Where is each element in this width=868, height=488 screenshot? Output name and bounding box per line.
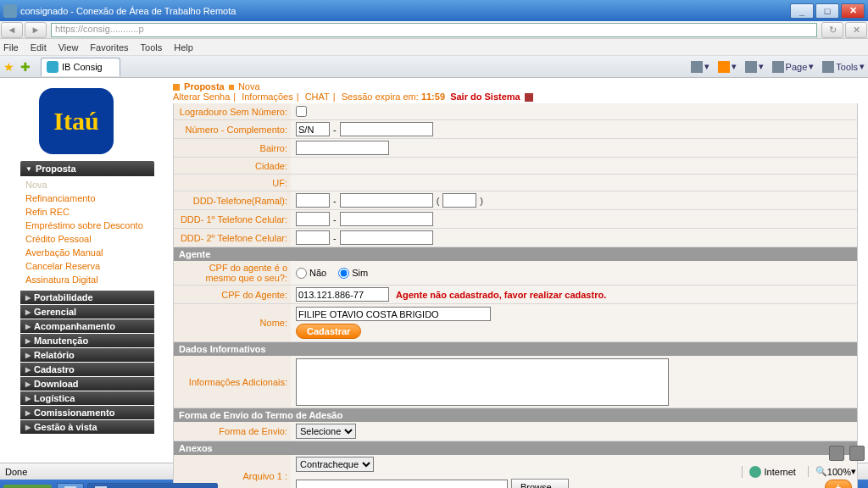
- breadcrumb-icon: [173, 84, 180, 91]
- select-arquivo1-tipo[interactable]: Contracheque: [296, 457, 374, 472]
- section-envio: Forma de Envio do Termo de Adesão: [174, 408, 857, 422]
- lbl-ddd-tel: DDD-Telefone(Ramal):: [174, 191, 291, 209]
- sidebar-item-refinanciamento[interactable]: Refinanciamento: [20, 191, 154, 205]
- input-numero[interactable]: [296, 122, 330, 136]
- browser-tab[interactable]: IB Consig: [41, 58, 120, 76]
- start-button[interactable]: ⊞ Start: [3, 485, 52, 489]
- menu-file[interactable]: File: [3, 42, 19, 53]
- input-ddd-cel1[interactable]: [296, 212, 330, 226]
- lbl-cpf-q: CPF do agente é o mesmo que o seu?:: [174, 261, 291, 285]
- breadcrumb-sep-icon: [229, 85, 234, 90]
- sidebar-cat-cadastro[interactable]: Cadastro: [20, 363, 154, 376]
- btn-add-anexo[interactable]: +: [825, 480, 852, 488]
- back-button[interactable]: ◄: [1, 22, 23, 38]
- tray-icon-2[interactable]: [849, 446, 865, 461]
- select-forma-envio[interactable]: Selecione: [296, 424, 356, 439]
- window-title: consignado - Conexão de Área de Trabalho…: [20, 6, 788, 16]
- home-icon: [691, 61, 703, 73]
- taskbar-item-ie-host[interactable]: [57, 483, 84, 488]
- link-chat[interactable]: CHAT: [305, 92, 330, 102]
- input-cpf-agente[interactable]: [296, 287, 389, 302]
- sidebar-item-refin-rec[interactable]: Refin REC: [20, 205, 154, 219]
- sidebar-item-averbacao[interactable]: Averbação Manual: [20, 246, 154, 259]
- input-bairro[interactable]: [296, 141, 389, 155]
- ie-nav-bar: ◄ ► https://consig...........p ↻ ✕: [0, 21, 868, 39]
- link-sair[interactable]: Sair do Sistema: [450, 92, 520, 102]
- mail-tool[interactable]: ▾: [745, 61, 764, 73]
- sidebar-cat-acompanhamento[interactable]: Acompanhamento: [20, 319, 154, 333]
- tools-tool[interactable]: Tools ▾: [822, 61, 865, 73]
- exit-icon: [525, 93, 533, 102]
- refresh-button[interactable]: ↻: [821, 22, 843, 38]
- taskbar-item-ibconsig[interactable]: IB Consig - Windows I...: [87, 483, 217, 488]
- menu-view[interactable]: View: [58, 42, 79, 53]
- itau-logo: Itaú: [39, 88, 114, 154]
- sidebar-links: Nova Refinanciamento Refin REC Empréstim…: [20, 176, 154, 290]
- sidebar-cat-manutencao[interactable]: Manutenção: [20, 334, 154, 347]
- sidebar-item-nova[interactable]: Nova: [20, 178, 154, 191]
- close-button[interactable]: ✕: [841, 3, 865, 19]
- input-arquivo1-path[interactable]: [296, 480, 508, 488]
- tray-icon-1[interactable]: [829, 446, 844, 461]
- lbl-ddd-cel1: DDD- 1º Telefone Celular:: [174, 210, 291, 228]
- feed-icon: [718, 61, 730, 73]
- menu-edit[interactable]: Edit: [31, 42, 47, 53]
- sub-toolbar: Alterar Senha| Informações| CHAT| Sessão…: [173, 92, 858, 103]
- input-complemento[interactable]: [340, 122, 433, 136]
- sidebar-item-cancelar-reserva[interactable]: Cancelar Reserva: [20, 259, 154, 273]
- favorites-star-icon[interactable]: ★: [3, 60, 17, 74]
- input-ramal[interactable]: [442, 193, 476, 208]
- section-anexos: Anexos: [174, 441, 857, 455]
- sidebar-cat-portabilidade[interactable]: Portabilidade: [20, 291, 154, 304]
- status-zoom[interactable]: 🔍 100% ▾: [808, 466, 863, 477]
- session-expire: Sessão expira em: 11:59: [342, 92, 445, 102]
- radio-sim[interactable]: Sim: [338, 268, 368, 279]
- add-favorite-icon[interactable]: ✚: [20, 60, 34, 74]
- sidebar-cat-download[interactable]: Download: [20, 377, 154, 391]
- ie-tab-bar: ★ ✚ IB Consig ▾ ▾ ▾ Page ▾ Tools ▾: [0, 56, 868, 78]
- link-informacoes[interactable]: Informações: [242, 92, 293, 102]
- input-cel1[interactable]: [340, 212, 433, 226]
- input-telefone[interactable]: [340, 193, 433, 208]
- stop-button[interactable]: ✕: [845, 22, 867, 38]
- radio-nao[interactable]: Não: [296, 268, 326, 279]
- input-ddd-cel2[interactable]: [296, 230, 330, 245]
- input-ddd-tel[interactable]: [296, 193, 330, 208]
- sidebar-head-proposta[interactable]: Proposta: [20, 161, 154, 176]
- page-tool[interactable]: Page ▾: [772, 61, 815, 73]
- minimize-button[interactable]: _: [790, 3, 814, 19]
- btn-cadastrar[interactable]: Cadastrar: [296, 324, 361, 339]
- sidebar-item-emprestimo[interactable]: Empréstimo sobre Desconto: [20, 219, 154, 232]
- sidebar-item-assinatura[interactable]: Assinatura Digital: [20, 273, 154, 286]
- link-alterar-senha[interactable]: Alterar Senha: [173, 92, 230, 102]
- sidebar: Itaú Proposta Nova Refinanciamento Refin…: [0, 78, 170, 463]
- input-cel2[interactable]: [340, 230, 433, 245]
- lbl-logradouro: Logradouro Sem Número:: [174, 103, 291, 119]
- sidebar-cat-gestao[interactable]: Gestão à vista: [20, 420, 154, 434]
- sidebar-item-credito[interactable]: Crédito Pessoal: [20, 232, 154, 246]
- sidebar-cat-logistica[interactable]: Logística: [20, 391, 154, 405]
- chk-logradouro[interactable]: [296, 106, 307, 117]
- home-tool[interactable]: ▾: [691, 61, 709, 73]
- lbl-cpf-agente: CPF do Agente:: [174, 286, 291, 303]
- menu-help[interactable]: Help: [174, 42, 193, 53]
- forward-button[interactable]: ►: [25, 22, 47, 38]
- lbl-ddd-cel2: DDD- 2º Telefone Celular:: [174, 229, 291, 247]
- lbl-forma-envio: Forma de Envio:: [174, 422, 291, 441]
- lbl-num-comp: Número - Complemento:: [174, 120, 291, 138]
- menu-tools[interactable]: Tools: [141, 42, 163, 53]
- address-bar[interactable]: https://consig...........p: [51, 23, 817, 37]
- menu-favorites[interactable]: Favorites: [90, 42, 128, 53]
- sidebar-cat-comissionamento[interactable]: Comissionamento: [20, 406, 154, 419]
- lbl-bairro: Bairro:: [174, 139, 291, 157]
- input-nome-agente[interactable]: [296, 307, 491, 321]
- ie-command-bar: ▾ ▾ ▾ Page ▾ Tools ▾: [691, 61, 865, 73]
- sidebar-cat-relatorio[interactable]: Relatório: [20, 348, 154, 362]
- feeds-tool[interactable]: ▾: [718, 61, 737, 73]
- sidebar-cat-gerencial[interactable]: Gerencial: [20, 305, 154, 319]
- lbl-cidade: Cidade:: [174, 158, 291, 174]
- maximize-button[interactable]: □: [815, 3, 839, 19]
- error-cpf: Agente não cadastrado, favor realizar ca…: [396, 290, 606, 300]
- btn-browse[interactable]: Browse...: [511, 479, 569, 488]
- textarea-info-add[interactable]: [296, 358, 669, 406]
